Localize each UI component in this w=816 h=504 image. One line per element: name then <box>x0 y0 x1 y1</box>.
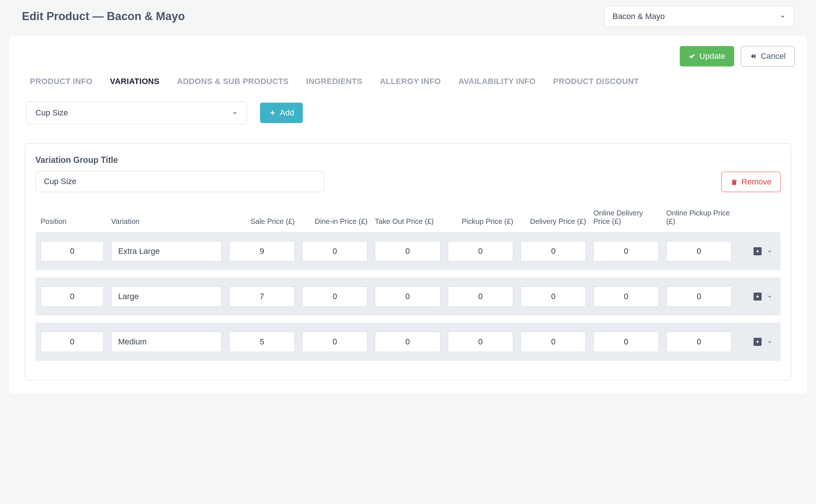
chevron-down-icon[interactable] <box>767 339 773 345</box>
remove-button-label: Remove <box>741 177 771 187</box>
check-icon <box>689 53 696 60</box>
main-card: Update Cancel PRODUCT INFOVARIATIONSADDO… <box>9 36 807 393</box>
group-title-input[interactable] <box>35 171 324 192</box>
chevron-left-icon <box>750 53 757 60</box>
th-sale-price: Sale Price (£) <box>225 217 298 226</box>
cell <box>298 286 371 307</box>
variation-group-header: Variation Group Title Remove <box>35 155 781 192</box>
top-actions: Update Cancel <box>19 46 797 66</box>
sale-price-input[interactable] <box>229 332 294 352</box>
cell <box>590 332 662 352</box>
product-select-dropdown[interactable]: Bacon & Mayo <box>604 6 794 27</box>
delivery-price-input[interactable] <box>521 332 586 352</box>
chevron-down-icon[interactable] <box>767 248 773 254</box>
cell <box>225 332 298 352</box>
page-header: Edit Product — Bacon & Mayo Bacon & Mayo <box>0 0 816 36</box>
update-button[interactable]: Update <box>680 46 734 66</box>
tab-variations[interactable]: VARIATIONS <box>110 77 159 86</box>
online-pickup-price-input[interactable] <box>666 241 732 261</box>
cell <box>444 241 517 261</box>
cancel-button[interactable]: Cancel <box>741 46 795 66</box>
variation-group: Variation Group Title Remove Position Va… <box>25 143 791 380</box>
cell <box>371 286 444 307</box>
cell <box>444 332 517 352</box>
delivery-price-input[interactable] <box>521 286 586 307</box>
variation-name-input[interactable] <box>111 241 222 261</box>
online-pickup-price-input[interactable] <box>666 286 732 307</box>
chevron-down-icon[interactable] <box>767 294 773 299</box>
chevron-down-icon <box>232 110 238 116</box>
position-input[interactable] <box>41 286 104 307</box>
tab-product-info[interactable]: PRODUCT INFO <box>30 77 92 86</box>
position-input[interactable] <box>41 241 104 261</box>
group-title-section: Variation Group Title <box>35 155 324 192</box>
row-actions: + <box>735 293 779 301</box>
cell <box>107 241 225 261</box>
table-header-row: Position Variation Sale Price (£) Dine-i… <box>35 209 781 232</box>
tab-ingredients[interactable]: INGREDIENTS <box>306 77 362 86</box>
tab-allergy-info[interactable]: ALLERGY INFO <box>380 77 441 86</box>
product-select-value: Bacon & Mayo <box>613 12 665 21</box>
th-delivery-price: Delivery Price (£) <box>517 217 590 226</box>
cell <box>225 286 298 307</box>
sale-price-input[interactable] <box>229 286 294 307</box>
pickup-price-input[interactable] <box>448 286 513 307</box>
th-online-delivery-price: Online Delivery Price (£) <box>590 209 662 226</box>
takeout-price-input[interactable] <box>375 332 440 352</box>
cell <box>444 286 517 307</box>
cell <box>663 286 735 307</box>
variation-name-input[interactable] <box>111 332 222 352</box>
cell <box>590 286 662 307</box>
position-input[interactable] <box>41 332 104 352</box>
update-button-label: Update <box>699 51 725 61</box>
cell <box>107 332 225 352</box>
cell <box>37 241 107 261</box>
row-actions: + <box>735 247 779 255</box>
plus-square-icon[interactable]: + <box>754 293 762 301</box>
cell <box>37 286 107 307</box>
cell <box>663 241 735 261</box>
page-title: Edit Product — Bacon & Mayo <box>22 10 185 23</box>
plus-icon <box>269 109 276 117</box>
dinein-price-input[interactable] <box>302 286 367 307</box>
th-position: Position <box>37 217 107 226</box>
add-button-label: Add <box>280 108 294 118</box>
th-pickup-price: Pickup Price (£) <box>444 217 517 226</box>
online-delivery-price-input[interactable] <box>593 286 659 307</box>
cell <box>590 241 662 261</box>
row-actions: + <box>735 338 779 346</box>
variation-name-input[interactable] <box>111 286 222 307</box>
variation-table: Position Variation Sale Price (£) Dine-i… <box>35 209 781 361</box>
delivery-price-input[interactable] <box>521 241 586 261</box>
online-pickup-price-input[interactable] <box>666 332 732 352</box>
online-delivery-price-input[interactable] <box>593 241 659 261</box>
cell <box>37 332 107 352</box>
takeout-price-input[interactable] <box>375 286 440 307</box>
variation-type-value: Cup Size <box>35 108 68 118</box>
plus-square-icon[interactable]: + <box>754 247 762 255</box>
cell <box>517 241 590 261</box>
add-variation-button[interactable]: Add <box>260 103 303 123</box>
tab-addons-sub-products[interactable]: ADDONS & SUB PRODUCTS <box>177 77 289 86</box>
th-dinein-price: Dine-in Price (£) <box>298 217 371 226</box>
takeout-price-input[interactable] <box>375 241 440 261</box>
tab-product-discount[interactable]: PRODUCT DISCOUNT <box>553 77 639 86</box>
dinein-price-input[interactable] <box>302 332 367 352</box>
online-delivery-price-input[interactable] <box>593 332 659 352</box>
tab-availability-info[interactable]: AVAILABILITY INFO <box>458 77 536 86</box>
th-online-pickup-price: Online Pickup Price (£) <box>663 209 735 226</box>
tabs: PRODUCT INFOVARIATIONSADDONS & SUB PRODU… <box>19 77 797 86</box>
table-row: + <box>35 323 781 361</box>
plus-square-icon[interactable]: + <box>754 338 762 346</box>
cell <box>298 241 371 261</box>
cell <box>371 332 444 352</box>
group-title-label: Variation Group Title <box>35 155 324 165</box>
table-row: + <box>35 278 781 316</box>
dinein-price-input[interactable] <box>302 241 367 261</box>
pickup-price-input[interactable] <box>448 332 513 352</box>
sale-price-input[interactable] <box>229 241 294 261</box>
variation-type-dropdown[interactable]: Cup Size <box>26 102 247 124</box>
pickup-price-input[interactable] <box>448 241 513 261</box>
remove-group-button[interactable]: Remove <box>721 172 781 192</box>
cell <box>517 332 590 352</box>
